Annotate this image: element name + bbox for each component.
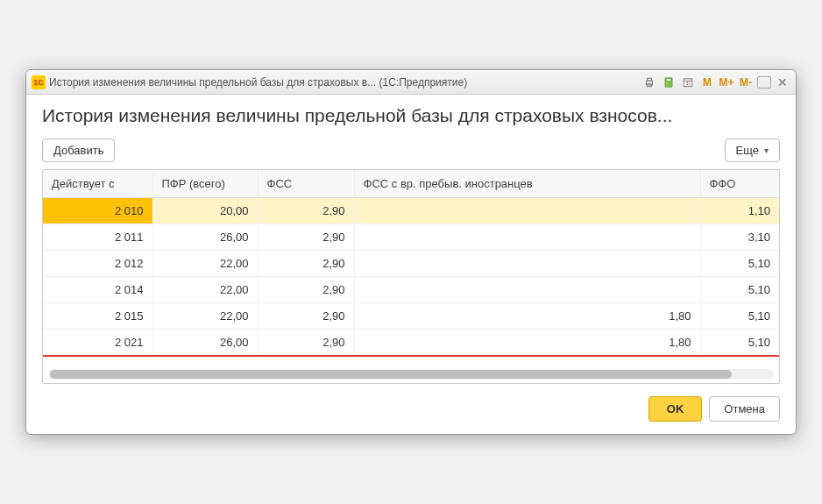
col-header-fss[interactable]: ФСС	[258, 170, 354, 198]
titlebar: 1C История изменения величины предельной…	[26, 70, 796, 95]
table-row[interactable]: 2 01222,002,905,10	[43, 251, 779, 277]
app-icon: 1C	[32, 75, 46, 89]
cell-ffo[interactable]: 3,10	[700, 224, 779, 251]
cell-pfr[interactable]: 26,00	[152, 330, 258, 357]
scrollbar-thumb[interactable]	[50, 370, 732, 379]
cell-ffo[interactable]: 5,10	[700, 303, 779, 330]
svg-text:31: 31	[686, 81, 691, 85]
print-icon[interactable]	[641, 75, 657, 90]
cell-pfr[interactable]: 20,00	[152, 198, 258, 224]
m-icon[interactable]: M	[699, 75, 715, 90]
cell-fss[interactable]: 2,90	[258, 330, 354, 357]
cell-pfr[interactable]: 22,00	[152, 251, 258, 277]
more-button[interactable]: Еще	[725, 138, 780, 162]
toolbar: Добавить Еще	[42, 138, 780, 162]
page-title: История изменения величины предельной ба…	[42, 105, 780, 126]
col-header-pfr[interactable]: ПФР (всего)	[152, 170, 258, 198]
svg-rect-4	[666, 78, 671, 80]
add-button[interactable]: Добавить	[42, 138, 115, 162]
cell-fss[interactable]: 2,90	[258, 224, 354, 251]
window: 1C История изменения величины предельной…	[25, 69, 797, 435]
data-grid[interactable]: Действует с ПФР (всего) ФСС ФСС с вр. пр…	[42, 169, 780, 384]
footer: OK Отмена	[42, 396, 780, 422]
cell-date[interactable]: 2 014	[43, 277, 152, 303]
cell-ffo[interactable]: 5,10	[700, 251, 779, 277]
svg-rect-1	[648, 78, 652, 81]
cell-date[interactable]: 2 011	[43, 224, 152, 251]
cell-fss_foreign[interactable]	[354, 224, 700, 251]
close-icon[interactable]: ✕	[775, 75, 790, 90]
cell-pfr[interactable]: 22,00	[152, 303, 258, 330]
horizontal-scrollbar[interactable]	[48, 369, 774, 380]
cell-date[interactable]: 2 012	[43, 251, 152, 277]
table-row[interactable]: 2 02126,002,901,805,10	[43, 330, 779, 357]
cell-fss[interactable]: 2,90	[258, 198, 354, 224]
cell-fss[interactable]: 2,90	[258, 303, 354, 330]
table-row[interactable]: 2 01422,002,905,10	[43, 277, 779, 303]
window-title: История изменения величины предельной ба…	[49, 76, 467, 89]
cell-ffo[interactable]: 1,10	[700, 198, 779, 224]
cell-pfr[interactable]: 26,00	[152, 224, 258, 251]
cancel-button[interactable]: Отмена	[709, 396, 780, 422]
header-row: Действует с ПФР (всего) ФСС ФСС с вр. пр…	[43, 170, 779, 198]
content-area: История изменения величины предельной ба…	[26, 95, 796, 434]
cell-pfr[interactable]: 22,00	[152, 277, 258, 303]
calendar-icon[interactable]: 31	[680, 75, 696, 90]
table-row[interactable]: 2 01126,002,903,10	[43, 224, 779, 251]
col-header-fss-foreign[interactable]: ФСС с вр. пребыв. иностранцев	[354, 170, 700, 198]
cell-fss[interactable]: 2,90	[258, 251, 354, 277]
m-plus-icon[interactable]: M+	[719, 75, 734, 90]
cell-date[interactable]: 2 021	[43, 330, 152, 357]
cell-fss_foreign[interactable]	[354, 277, 700, 303]
table-row[interactable]: 2 01020,002,901,10	[43, 198, 779, 224]
cell-ffo[interactable]: 5,10	[700, 330, 779, 357]
cell-fss_foreign[interactable]	[354, 251, 700, 277]
cell-fss[interactable]: 2,90	[258, 277, 354, 303]
cell-date[interactable]: 2 010	[43, 198, 152, 224]
col-header-date[interactable]: Действует с	[43, 170, 152, 198]
table-row[interactable]: 2 01522,002,901,805,10	[43, 303, 779, 330]
cell-ffo[interactable]: 5,10	[700, 277, 779, 303]
cell-fss_foreign[interactable]: 1,80	[354, 303, 700, 330]
cell-fss_foreign[interactable]: 1,80	[354, 330, 700, 357]
calculator-icon[interactable]	[661, 75, 677, 90]
scroll-area	[43, 357, 779, 383]
cell-fss_foreign[interactable]	[354, 198, 700, 224]
maximize-icon[interactable]	[757, 76, 771, 89]
ok-button[interactable]: OK	[648, 396, 703, 422]
cell-date[interactable]: 2 015	[43, 303, 152, 330]
more-button-label: Еще	[736, 144, 759, 157]
m-minus-icon[interactable]: M-	[738, 75, 754, 90]
col-header-ffo[interactable]: ФФО	[700, 170, 779, 198]
